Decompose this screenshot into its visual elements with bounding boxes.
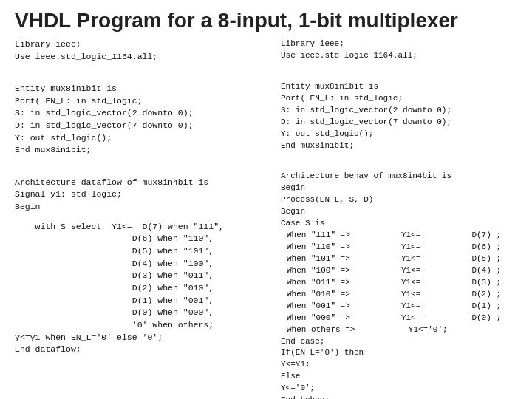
right-section4: End case; If(EN_L='0') then Y<=Y1; Else … bbox=[281, 336, 517, 400]
left-line-1: Library ieee; bbox=[15, 38, 266, 51]
right-section2: Entity mux8in1bit is Port( EN_L: in std_… bbox=[281, 81, 517, 152]
left-section2: Entity mux8in1bit is Port( EN_L: in std_… bbox=[15, 83, 266, 157]
right-section3: Architecture behav of mux8in4bit is Begi… bbox=[281, 171, 517, 230]
right-code-column: Library ieee; Use ieee.std_logic_1164.al… bbox=[281, 38, 517, 399]
right-case-block: When "111" =>Y1<=D(7) ; When "110" =>Y1<… bbox=[281, 230, 517, 335]
right-section1: Library ieee; Use ieee.std_logic_1164.al… bbox=[281, 38, 517, 62]
left-code-column: Library ieee; Use ieee.std_logic_1164.al… bbox=[15, 38, 266, 399]
page-title: VHDL Program for a 8-input, 1-bit multip… bbox=[0, 0, 532, 38]
left-section3: Architecture dataflow of mux8in4bit is S… bbox=[15, 177, 266, 214]
left-section5: y<=y1 when EN_L='0' else '0'; End datafl… bbox=[15, 332, 266, 356]
left-section1: Library ieee; Use ieee.std_logic_1164.al… bbox=[15, 38, 266, 63]
left-select-block: with S select Y1<= D(7) when "111", D(6)… bbox=[15, 221, 266, 332]
left-line-2: Use ieee.std_logic_1164.all; bbox=[15, 51, 266, 64]
